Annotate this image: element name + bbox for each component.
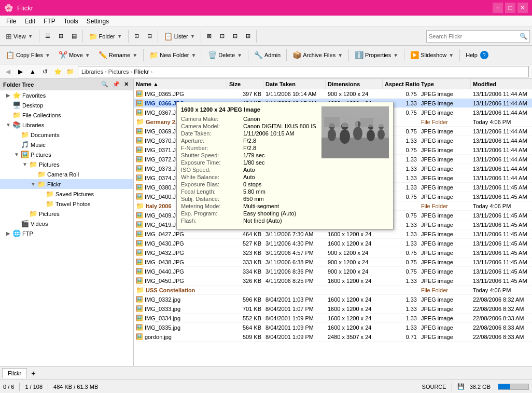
file-row[interactable]: 🖼️ IMG_0430.JPG 527 KB 3/11/2006 4:30 PM…	[134, 239, 532, 248]
slideshow-button[interactable]: ▶️ Slideshow ▼	[407, 48, 457, 62]
forward-button[interactable]: ▶	[15, 66, 26, 77]
layout-btn-2[interactable]: ⊞	[55, 29, 67, 44]
new-folder-button[interactable]: 📁 New Folder ▼	[146, 48, 200, 62]
tree-node-music[interactable]: 🎵 Music	[0, 140, 133, 150]
lister-btn-4[interactable]: ⊞	[242, 29, 254, 44]
col-header-size[interactable]: Size	[227, 79, 263, 89]
layout-btn-1[interactable]: ☰	[41, 29, 54, 44]
favorites-button[interactable]: ⭐	[52, 66, 63, 77]
tree-node-saved-pictures[interactable]: 📁 Saved Pictures	[0, 189, 133, 199]
breadcrumb-pictures[interactable]: Pictures	[108, 69, 129, 75]
menu-edit[interactable]: Edit	[20, 17, 39, 26]
file-row[interactable]: 🖼️ IMG_0440.JPG 334 KB 3/11/2006 8:36 PM…	[134, 267, 532, 276]
file-row[interactable]: 🖼️ IMG_0438.JPG 333 KB 3/11/2006 6:38 PM…	[134, 258, 532, 267]
file-icon: 🖼️	[136, 259, 143, 265]
layout-btn-4[interactable]: ⊡	[131, 29, 143, 44]
file-row[interactable]: 🖼️ IMG_0450.JPG 326 KB 4/11/2006 8:25 PM…	[134, 276, 532, 286]
tree-node-pictures[interactable]: 📁 Pictures	[0, 209, 133, 219]
lister-btn-3[interactable]: ⊟	[229, 29, 241, 44]
delete-button[interactable]: 🗑️ Delete ▼	[204, 48, 246, 62]
file-name: 🖼️ IMG_0335.jpg	[134, 324, 227, 331]
file-aspect: 1.33	[383, 231, 419, 237]
file-modified: 13/11/2006 11:44 AM	[471, 156, 532, 162]
tab-add-button[interactable]: +	[28, 368, 38, 378]
tree-pin-btn[interactable]: 📌	[111, 80, 121, 88]
separator	[202, 49, 202, 61]
menu-file[interactable]: File	[2, 17, 20, 26]
file-modified: 13/11/2006 11:44 AM	[471, 91, 532, 97]
file-dimensions: 900 x 1200 x 24	[326, 259, 383, 265]
file-type: JPEG image	[419, 100, 471, 106]
copy-files-button[interactable]: 📋 Copy Files ▼	[2, 48, 54, 62]
file-row[interactable]: 🖼️ IMG_0334.jpg 552 KB 8/04/2001 1:09 PM…	[134, 314, 532, 323]
col-header-type[interactable]: Type	[419, 79, 471, 89]
tree-node-travel-photos[interactable]: 📁 Travel Photos	[0, 199, 133, 209]
tab-flickr[interactable]: Flickr	[2, 368, 27, 378]
tree-node-videos[interactable]: 🎬 Videos	[0, 219, 133, 228]
move-button[interactable]: ✂️ Move ▼	[55, 48, 94, 62]
col-header-date[interactable]: Date Taken	[263, 79, 326, 89]
address-path[interactable]: Libraries › Pictures › Flickr ›	[78, 66, 529, 77]
folder-icon-button[interactable]: 📁	[64, 66, 76, 77]
lister-button[interactable]: 📋 Lister ▼	[160, 29, 199, 44]
tree-node-desktop[interactable]: 🖥️ Desktop	[0, 100, 133, 110]
up-button[interactable]: ▲	[27, 66, 38, 77]
file-row[interactable]: 🖼️ IMG_0332.jpg 596 KB 8/04/2001 1:03 PM…	[134, 295, 532, 304]
layout-btn-3[interactable]: ▤	[68, 29, 80, 44]
menu-tools[interactable]: Tools	[60, 17, 82, 26]
tree-node-pictures[interactable]: ▼ 📁 Pictures	[0, 159, 133, 169]
minimize-button[interactable]: −	[493, 3, 503, 13]
file-aspect: 1.33	[383, 296, 419, 303]
lister-btn-2[interactable]: ⊡	[216, 29, 228, 44]
tree-close-btn[interactable]: ✕	[122, 80, 130, 88]
file-list-header: Name ▲ Size Date Taken Dimensions Aspect…	[134, 79, 532, 89]
menu-bar: File Edit FTP Tools Settings	[0, 16, 532, 27]
help-button[interactable]: Help ?	[462, 48, 492, 62]
title-bar: 🌸 Flickr − □ ✕	[0, 0, 532, 16]
search-box[interactable]: 🔍	[426, 30, 530, 43]
rename-button[interactable]: ✏️ Rename ▼	[95, 48, 141, 62]
refresh-button[interactable]: ↺	[39, 66, 51, 77]
file-row[interactable]: 🖼️ IMG_0365.JPG 397 KB 1/11/2006 10:14 A…	[134, 89, 532, 99]
properties-button[interactable]: ℹ️ Properties ▼	[351, 48, 402, 62]
back-button[interactable]: ◀	[2, 66, 13, 77]
tree-node-libraries[interactable]: ▼ 📚 Libraries	[0, 120, 133, 130]
file-aspect: 0.75	[383, 268, 419, 275]
col-header-name[interactable]: Name ▲	[134, 79, 227, 89]
tree-node-flickr[interactable]: ▼ 📁 Flickr	[0, 179, 133, 189]
admin-button[interactable]: 🔧 Admin	[250, 48, 284, 62]
file-row[interactable]: 🖼️ IMG_0335.jpg 564 KB 8/04/2001 1:09 PM…	[134, 323, 532, 332]
separator	[459, 49, 460, 61]
tree-node-favorites[interactable]: ▶ ⭐ Favorites	[0, 90, 133, 100]
breadcrumb-libraries[interactable]: Libraries	[81, 69, 103, 75]
tree-container: ▶ ⭐ Favorites 🖥️ Desktop 📁 File Collecti…	[0, 90, 133, 238]
layout-btn-5[interactable]: ⊟	[144, 29, 156, 44]
svg-rect-15	[373, 117, 386, 127]
breadcrumb-flickr[interactable]: Flickr	[134, 69, 149, 75]
menu-ftp[interactable]: FTP	[39, 17, 60, 26]
col-header-modified[interactable]: Modified	[471, 79, 532, 89]
tree-node-camera-roll[interactable]: 📁 Camera Roll	[0, 169, 133, 179]
folder-button[interactable]: 📁 Folder ▼	[85, 29, 126, 44]
tree-node-pictures[interactable]: ▼ 🖼️ Pictures	[0, 150, 133, 159]
col-header-aspect-ratio[interactable]: Aspect Ratio	[383, 79, 419, 89]
app-logo: 🌸	[4, 4, 13, 12]
archive-button[interactable]: 📦 Archive Files ▼	[289, 48, 346, 62]
tree-node-documents[interactable]: 📁 Documents	[0, 130, 133, 140]
lister-btn-1[interactable]: ⊠	[203, 29, 215, 44]
tree-search-btn[interactable]: 🔍	[100, 80, 110, 88]
tree-node-file-collections[interactable]: 📁 File Collections	[0, 110, 133, 120]
menu-settings[interactable]: Settings	[82, 17, 113, 26]
col-header-dimensions[interactable]: Dimensions	[326, 79, 383, 89]
file-row[interactable]: 🖼️ IMG_0333.jpg 701 KB 8/04/2001 1:07 PM…	[134, 304, 532, 314]
file-row[interactable]: 🖼️ IMG_0427.JPG 464 KB 3/11/2006 7:30 AM…	[134, 229, 532, 239]
view-button[interactable]: ⊞ View ▼	[2, 29, 37, 44]
file-aspect: 1.33	[383, 240, 419, 247]
tree-node-ftp[interactable]: ▶ 🌐 FTP	[0, 228, 133, 238]
maximize-button[interactable]: □	[505, 3, 515, 13]
close-button[interactable]: ✕	[517, 3, 528, 13]
search-input[interactable]	[429, 33, 520, 39]
file-row[interactable]: 📁 USS Constellation File Folder Today 4:…	[134, 286, 532, 295]
file-row[interactable]: 🖼️ IMG_0432.JPG 323 KB 3/11/2006 4:57 PM…	[134, 248, 532, 258]
file-row[interactable]: 🖼️ gordon.jpg 509 KB 8/04/2001 1:09 PM 2…	[134, 332, 532, 342]
